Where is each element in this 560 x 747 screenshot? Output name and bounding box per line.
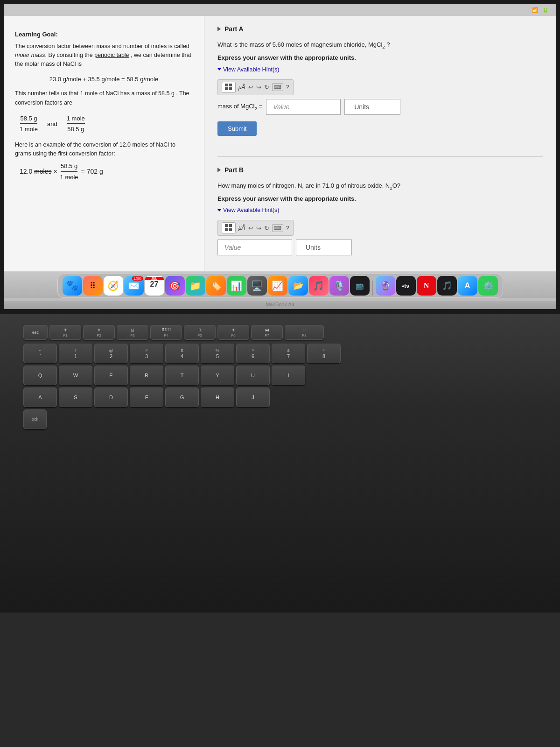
key-r[interactable]: R — [130, 366, 163, 385]
dock-app10[interactable]: 📈 — [268, 276, 287, 296]
part-b-value-input[interactable]: Value — [217, 240, 292, 255]
key-t[interactable]: T — [165, 366, 199, 385]
dock-calendar[interactable]: JUL 27 — [145, 276, 164, 296]
part-b-header: Part B — [217, 166, 543, 174]
key-f7[interactable]: ⏮ F7 — [251, 325, 283, 340]
part-b-hint-link[interactable]: View Available Hint(s) — [217, 207, 543, 213]
function-row: esc ☀ F1 ☀ F2 ⊡ F3 ⠿⠿⠿ F4 ☽ F5 — [23, 325, 537, 340]
key-u[interactable]: U — [236, 366, 270, 385]
dock-n-icon[interactable]: N — [417, 276, 436, 296]
part-b-keyboard-icon[interactable]: ⌨ — [272, 224, 283, 232]
part-a-hint-link[interactable]: View Available Hint(s) — [217, 66, 543, 73]
dock-focus[interactable]: 🎯 — [165, 276, 185, 296]
key-f8[interactable]: ⏸ F8 — [285, 325, 324, 340]
refresh-icon[interactable]: ↻ — [264, 84, 269, 91]
part-b-redo-icon[interactable]: ↪ — [256, 225, 261, 232]
dock-safari[interactable]: 🧭 — [104, 276, 123, 296]
learning-goal-title: Learning Goal: — [15, 30, 193, 39]
key-f3[interactable]: ⊡ F3 — [117, 325, 148, 340]
key-6[interactable]: ^ 6 — [236, 344, 270, 363]
key-1[interactable]: ! 1 — [59, 344, 92, 363]
dock-container: 🐾 ⠿ 🧭 ✉️ 1,586 JUL 27 🎯 📁 🏷️ 📊 🖥️ — [57, 274, 503, 298]
calendar-month: JUL — [145, 277, 164, 280]
key-w[interactable]: W — [59, 366, 92, 385]
key-y[interactable]: Y — [201, 366, 234, 385]
dock-podcast[interactable]: 🎙️ — [329, 276, 349, 296]
dock-app7[interactable]: 🏷️ — [206, 276, 226, 296]
part-a-instruction: Express your answer with the appropriate… — [217, 53, 543, 63]
part-b-units-input[interactable]: Units — [296, 240, 352, 255]
part-b-refresh-icon[interactable]: ↻ — [264, 225, 269, 232]
key-5[interactable]: % 5 — [201, 344, 234, 363]
learning-goal-text: The conversion factor between mass and n… — [15, 42, 193, 69]
undo-icon[interactable]: ↩ — [248, 84, 253, 91]
mu-a-label: μÅ — [238, 84, 245, 91]
value-input[interactable]: Value — [266, 99, 341, 115]
key-f5[interactable]: ☽ F5 — [184, 325, 216, 340]
submit-button[interactable]: Submit — [217, 121, 257, 136]
battery-icon: 🔋 — [542, 7, 549, 13]
wifi-icon: 📶 — [532, 7, 539, 13]
dock-screen[interactable]: 🖥️ — [247, 276, 267, 296]
dock-music[interactable]: 🎵 — [309, 276, 329, 296]
key-2[interactable]: @ 2 — [94, 344, 128, 363]
big-equation: 12.0 moles × 58.5 g 1 mole = 702 g — [20, 162, 193, 182]
dock-launchpad[interactable]: ⠿ — [83, 276, 103, 296]
key-g[interactable]: G — [165, 388, 199, 407]
dock-text-a[interactable]: A — [458, 276, 477, 296]
dock-finder2[interactable]: 📂 — [288, 276, 308, 296]
key-7[interactable]: & 7 — [272, 344, 305, 363]
key-3[interactable]: # 3 — [130, 344, 163, 363]
keyboard-area: esc ☀ F1 ☀ F2 ⊡ F3 ⠿⠿⠿ F4 ☽ F5 — [23, 318, 537, 436]
dock-finder[interactable]: 🐾 — [63, 276, 82, 296]
key-f1[interactable]: ☀ F1 — [49, 325, 81, 340]
dock-area: 🐾 ⠿ 🧭 ✉️ 1,586 JUL 27 🎯 📁 🏷️ 📊 🖥️ — [4, 271, 556, 309]
redo-icon[interactable]: ↪ — [256, 84, 261, 91]
dock-appletv[interactable]: 📺 — [350, 276, 370, 296]
key-4[interactable]: $ 4 — [165, 344, 199, 363]
key-f2[interactable]: ☀ F2 — [83, 325, 115, 340]
units-input[interactable]: Units — [344, 99, 400, 115]
dock-settings[interactable]: ⚙️ — [478, 276, 498, 296]
fraction-2: 1 mole 58.5 g — [67, 114, 85, 134]
dock-mail[interactable]: ✉️ 1,586 — [124, 276, 144, 296]
calendar-day: 27 — [145, 280, 164, 289]
key-a[interactable]: A — [23, 388, 57, 407]
dock-siri[interactable]: 🔮 — [376, 276, 395, 296]
dock-appletv2[interactable]: •tv — [396, 276, 416, 296]
part-b-mu-a-label: μÅ — [238, 225, 245, 231]
key-i[interactable]: I — [272, 366, 305, 385]
dock-music2[interactable]: 🎵 — [437, 276, 457, 296]
key-esc[interactable]: esc — [23, 325, 48, 340]
key-tilde[interactable]: ~ ` — [23, 344, 57, 363]
keyboard-icon[interactable]: ⌨ — [272, 83, 283, 91]
key-f6[interactable]: ☀ F6 — [217, 325, 249, 340]
help-icon[interactable]: ? — [286, 84, 289, 91]
part-b-undo-icon[interactable]: ↩ — [248, 225, 253, 232]
conversion-example-text: Here is an example of the conversion of … — [15, 141, 193, 158]
key-d[interactable]: D — [94, 388, 128, 407]
right-panel: Part A What is the mass of 5.60 moles of… — [204, 16, 556, 271]
screen-container: 📶 🔋 Learning Goal: The conversion factor… — [0, 0, 560, 314]
big-fraction: 58.5 g 1 mole — [60, 162, 78, 182]
status-bar-right: 📶 🔋 — [532, 7, 549, 13]
part-a-header: Part A — [217, 25, 543, 33]
key-s[interactable]: S — [59, 388, 92, 407]
toolbar-grid-btn[interactable] — [222, 82, 236, 93]
hint-triangle-icon — [217, 68, 221, 70]
part-b-triangle-icon — [217, 168, 221, 172]
key-j[interactable]: J — [236, 388, 270, 407]
key-8[interactable]: * 8 — [307, 344, 341, 363]
key-h[interactable]: H — [201, 388, 234, 407]
key-f4[interactable]: ⠿⠿⠿ F4 — [150, 325, 182, 340]
key-e[interactable]: E — [94, 366, 128, 385]
part-b-help-icon[interactable]: ? — [286, 225, 289, 232]
part-b-toolbar-grid-btn[interactable] — [222, 222, 236, 233]
equation-box: 23.0 g/mole + 35.5 g/mole = 58.5 g/mole — [15, 75, 193, 84]
dock-app6[interactable]: 📁 — [186, 276, 205, 296]
key-q[interactable]: Q — [23, 366, 57, 385]
dock-app8[interactable]: 📊 — [227, 276, 246, 296]
asdf-row: A S D F G H J — [23, 388, 537, 407]
key-f[interactable]: F — [130, 388, 163, 407]
mail-badge: 1,586 — [132, 276, 143, 281]
